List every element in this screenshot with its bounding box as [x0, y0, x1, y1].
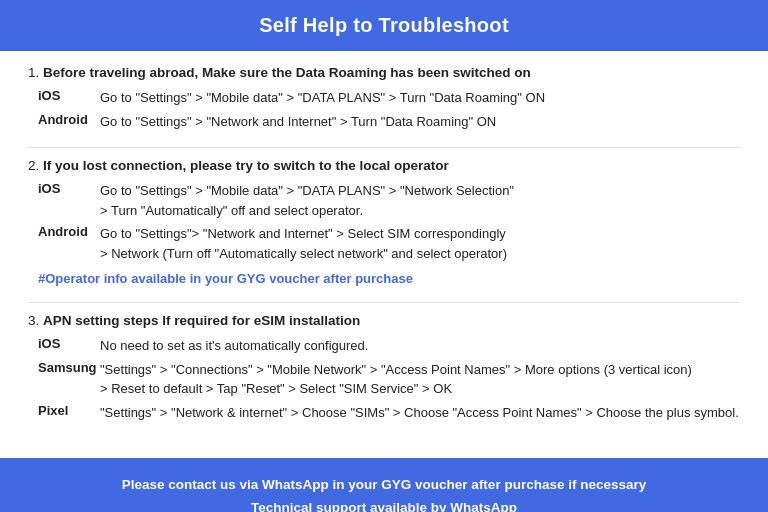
section-3-item-samsung: Samsung "Settings" > "Connections" > "Mo…	[28, 360, 740, 399]
divider-1	[28, 147, 740, 148]
divider-2	[28, 302, 740, 303]
section-3-title: 3. APN setting steps If required for eSI…	[28, 313, 740, 328]
main-content: 1. Before traveling abroad, Make sure th…	[0, 51, 768, 448]
ios-label-1: iOS	[38, 88, 100, 103]
section-2: 2. If you lost connection, please try to…	[28, 158, 740, 286]
ios-text-3: No need to set as it's automatically con…	[100, 336, 368, 356]
section-1-item-android: Android Go to "Settings" > "Network and …	[28, 112, 740, 132]
android-label-1: Android	[38, 112, 100, 127]
android-text-2: Go to "Settings"> "Network and Internet"…	[100, 224, 507, 263]
page-header: Self Help to Troubleshoot	[0, 0, 768, 51]
section-1: 1. Before traveling abroad, Make sure th…	[28, 65, 740, 131]
page-title: Self Help to Troubleshoot	[20, 14, 748, 37]
section-1-title: 1. Before traveling abroad, Make sure th…	[28, 65, 740, 80]
ios-label-2: iOS	[38, 181, 100, 196]
ios-text-1: Go to "Settings" > "Mobile data" > "DATA…	[100, 88, 545, 108]
section-2-title: 2. If you lost connection, please try to…	[28, 158, 740, 173]
footer-line1: Please contact us via WhatsApp in your G…	[20, 474, 748, 497]
samsung-label: Samsung	[38, 360, 100, 375]
android-text-1: Go to "Settings" > "Network and Internet…	[100, 112, 496, 132]
section-3-item-ios: iOS No need to set as it's automatically…	[28, 336, 740, 356]
ios-text-2: Go to "Settings" > "Mobile data" > "DATA…	[100, 181, 514, 220]
ios-label-3: iOS	[38, 336, 100, 351]
section-2-item-android: Android Go to "Settings"> "Network and I…	[28, 224, 740, 263]
footer-line2: Technical support available by WhatsApp	[20, 497, 748, 512]
section-2-item-ios: iOS Go to "Settings" > "Mobile data" > "…	[28, 181, 740, 220]
android-label-2: Android	[38, 224, 100, 239]
section-1-item-ios: iOS Go to "Settings" > "Mobile data" > "…	[28, 88, 740, 108]
operator-info-highlight: #Operator info available in your GYG vou…	[38, 271, 740, 286]
section-3: 3. APN setting steps If required for eSI…	[28, 313, 740, 422]
page-footer: Please contact us via WhatsApp in your G…	[0, 458, 768, 512]
pixel-text: "Settings" > "Network & internet" > Choo…	[100, 403, 739, 423]
pixel-label: Pixel	[38, 403, 100, 418]
section-3-item-pixel: Pixel "Settings" > "Network & internet" …	[28, 403, 740, 423]
samsung-text: "Settings" > "Connections" > "Mobile Net…	[100, 360, 692, 399]
